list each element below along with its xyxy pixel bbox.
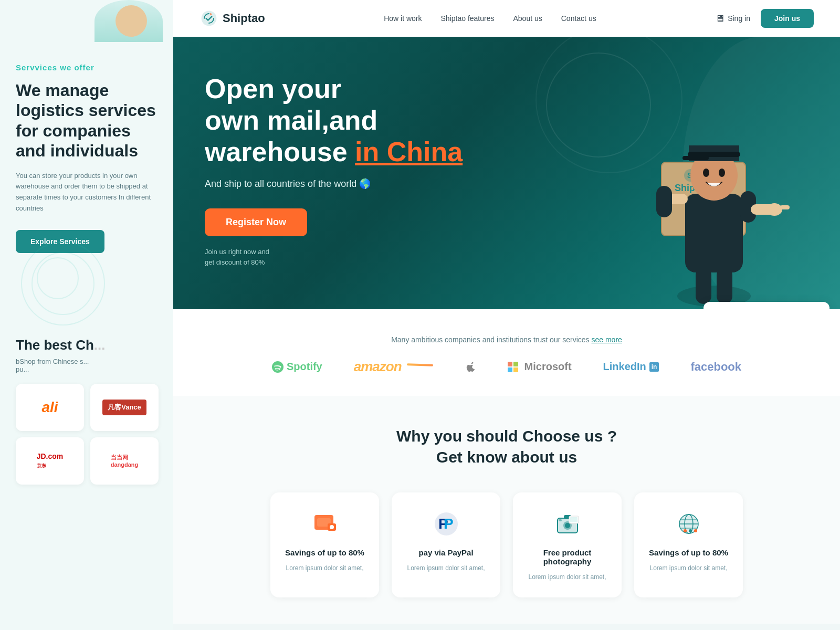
svg-rect-16: [780, 205, 790, 209]
nav-contact[interactable]: Contact us: [561, 14, 596, 23]
svg-rect-10: [685, 194, 743, 272]
svg-point-25: [272, 361, 284, 373]
see-more-link[interactable]: see more: [591, 335, 622, 344]
chat-widget[interactable]: Need help ? Chat with us +966 5544346: [704, 302, 830, 309]
shop-ali: ali: [16, 384, 84, 431]
feature-savings: Savings of up to 80% Lorem ipsum dolor s…: [270, 492, 379, 597]
feature-paypal: P P pay via PayPal Lorem ipsum dolor sit…: [392, 492, 500, 597]
shop-vancl: 凡客Vance: [90, 384, 159, 431]
monitor-icon: 🖥: [715, 13, 724, 24]
svg-point-47: [684, 529, 687, 532]
feature-title-photo: Free product photography: [523, 548, 611, 566]
why-section: Why you should Choose us ? Get know abou…: [173, 396, 840, 624]
navbar: Shiptao How it work Shiptao features Abo…: [173, 0, 840, 37]
why-subtitle: Get know about us: [205, 448, 808, 466]
svg-point-29: [330, 525, 334, 529]
logo-text: Shiptao: [223, 12, 265, 25]
best-ch-title: The best Ch...: [16, 337, 158, 353]
main-content: Shiptao How it work Shiptao features Abo…: [173, 0, 840, 624]
features-grid: Savings of up to 80% Lorem ipsum dolor s…: [270, 492, 743, 597]
svg-rect-9: [717, 267, 732, 304]
svg-point-36: [565, 523, 570, 528]
feature-title-savings: Savings of up to 80%: [281, 548, 369, 557]
brand-apple: Apple: [465, 360, 476, 374]
svg-point-49: [694, 529, 697, 532]
feature-global: Savings of up to 80% Lorem ipsum dolor s…: [634, 492, 743, 597]
feature-desc-photo: Lorem ipsum dolor sit amet,: [523, 572, 611, 582]
svg-rect-38: [559, 519, 562, 521]
nav-about[interactable]: About us: [513, 14, 542, 23]
linkedin-badge: in: [649, 362, 659, 372]
hero-title: Open your own mail,and warehouse in Chin…: [205, 74, 537, 167]
svg-rect-8: [696, 267, 711, 304]
svg-point-19: [703, 169, 709, 177]
brand-microsoft: Microsoft: [508, 361, 572, 373]
svg-point-15: [766, 203, 782, 216]
nav-how-it-work[interactable]: How it work: [384, 14, 422, 23]
join-button[interactable]: Join us: [761, 9, 814, 28]
hero-content: Open your own mail,and warehouse in Chin…: [205, 74, 537, 267]
brand-spotify: Spotify: [272, 361, 322, 373]
svg-point-20: [719, 169, 725, 177]
brand-linkedin: LinkedIn in: [603, 361, 659, 373]
svg-text:P: P: [444, 516, 454, 532]
shop-dangdang: 当当网dangdang: [90, 437, 159, 485]
delivery-person: Shiptao S: [598, 89, 798, 309]
logo: Shiptao: [200, 9, 265, 28]
photography-icon: [552, 508, 583, 540]
shop-grid: ali 凡客Vance JD.com京东 当当网dangdang: [16, 384, 158, 485]
nav-features[interactable]: Shiptao features: [441, 14, 495, 23]
feature-title-paypal: pay via PayPal: [402, 548, 490, 557]
why-title: Why you should Choose us ?: [205, 427, 808, 445]
hero-title-highlight: in China: [355, 136, 463, 167]
svg-rect-24: [682, 156, 709, 160]
signin-button[interactable]: 🖥 Sing in: [715, 13, 750, 24]
nav-links: How it work Shiptao features About us Co…: [384, 14, 596, 23]
svg-point-48: [689, 529, 692, 532]
register-button[interactable]: Register Now: [205, 208, 307, 236]
shop-jd: JD.com京东: [16, 437, 84, 485]
services-title: We manage logistics services for compani…: [16, 80, 158, 161]
global-icon: [673, 508, 705, 540]
paypal-icon: P P: [430, 508, 462, 540]
feature-desc-savings: Lorem ipsum dolor sit amet,: [281, 563, 369, 573]
left-panel: Servvices we offer We manage logistics s…: [0, 0, 173, 630]
savings-icon: [309, 508, 341, 540]
trusted-section: Many ambitious companies and institution…: [173, 309, 840, 396]
svg-rect-40: [570, 517, 578, 522]
services-label: Servvices we offer: [16, 63, 158, 72]
brands-row: Spotify amazon Apple Microsoft: [205, 359, 808, 375]
hero-subtitle: And ship to all countries of the world 🌎: [205, 178, 537, 190]
nav-actions: 🖥 Sing in Join us: [715, 9, 814, 28]
brand-facebook: facebook: [690, 360, 741, 374]
feature-photography: Free product photography Lorem ipsum dol…: [513, 492, 622, 597]
trusted-label: Many ambitious companies and institution…: [205, 335, 808, 344]
best-ch-desc: bShop from Chinese s...pu...: [16, 358, 158, 373]
hero-title-plain: warehouse: [205, 136, 355, 167]
hero-section: Open your own mail,and warehouse in Chin…: [173, 37, 840, 309]
services-desc: You can store your products in your own …: [16, 171, 158, 214]
hero-discount: Join us right now and get discount of 80…: [205, 247, 537, 267]
brand-amazon: amazon: [354, 359, 433, 375]
svg-rect-12: [656, 186, 672, 217]
feature-desc-global: Lorem ipsum dolor sit amet,: [645, 563, 732, 573]
feature-title-global: Savings of up to 80%: [645, 548, 732, 557]
feature-desc-paypal: Lorem ipsum dolor sit amet,: [402, 563, 490, 573]
